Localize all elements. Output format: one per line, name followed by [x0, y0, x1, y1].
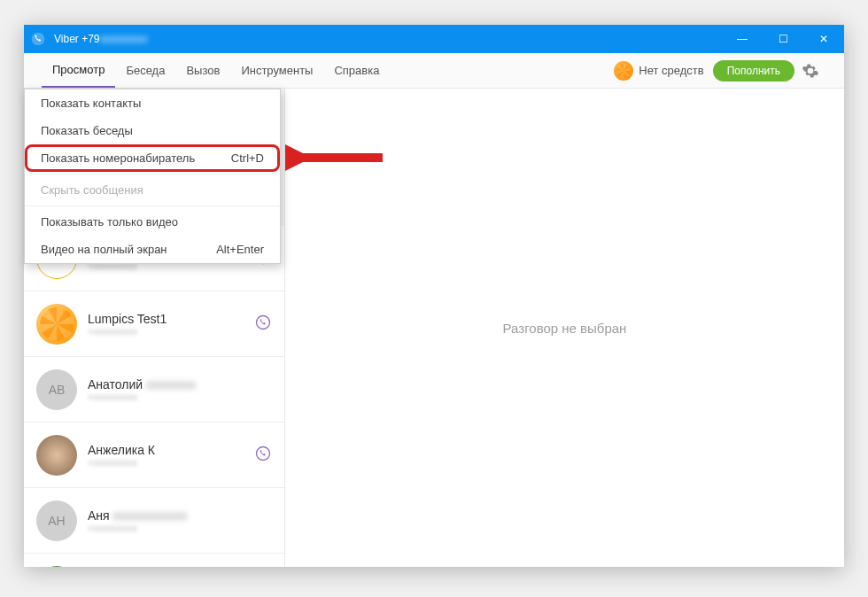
contact-subtext: +xxxxxxxxx: [88, 392, 272, 402]
svg-point-2: [257, 315, 270, 329]
menu-tools[interactable]: Инструменты: [230, 53, 323, 88]
viber-badge-icon: [254, 314, 272, 335]
contact-row[interactable]: Вадим С +xxxxxxxxx: [24, 554, 284, 567]
topup-button[interactable]: Пополнить: [713, 60, 794, 81]
avatar: АВ: [36, 369, 77, 410]
menu-call[interactable]: Вызов: [175, 53, 230, 88]
chat-area: Разговор не выбран: [285, 89, 844, 567]
svg-point-0: [32, 33, 45, 46]
contact-info: Анатолий xxxxxxxx +xxxxxxxxx: [88, 377, 272, 402]
contact-info: Аня xxxxxxxxxxxx +xxxxxxxxx: [88, 508, 272, 533]
dropdown-separator: [25, 174, 280, 174]
viber-badge-icon: [254, 445, 272, 466]
contact-name: Lumpics Test1: [88, 312, 244, 326]
contact-row[interactable]: Lumpics Test1 +xxxxxxxxx: [24, 291, 284, 357]
contact-name: Анжелика К: [88, 443, 244, 457]
maximize-button[interactable]: ☐: [763, 25, 803, 53]
settings-gear-icon[interactable]: [794, 62, 826, 80]
dd-show-chats[interactable]: Показать беседы: [25, 117, 280, 144]
contact-row[interactable]: АН Аня xxxxxxxxxxxx +xxxxxxxxx: [24, 488, 284, 554]
credit-orange-icon: [614, 61, 633, 81]
contact-info: Анжелика К +xxxxxxxxx: [88, 443, 244, 468]
window-controls: — ☐ ✕: [722, 25, 844, 53]
viber-logo-icon: [24, 32, 52, 46]
contact-subtext: +xxxxxxxxx: [88, 457, 244, 468]
menu-chat[interactable]: Беседа: [115, 53, 175, 88]
dd-show-dialer[interactable]: Показать номеронабирательCtrl+D: [25, 144, 280, 172]
view-dropdown-menu: Показать контакты Показать беседы Показа…: [24, 89, 281, 264]
contact-row[interactable]: Анжелика К +xxxxxxxxx: [24, 423, 284, 488]
contact-row[interactable]: АВ Анатолий xxxxxxxx +xxxxxxxxx: [24, 357, 284, 423]
contact-subtext: +xxxxxxxxx: [88, 523, 272, 533]
titlebar: Viber +79xxxxxxxxx — ☐ ✕: [24, 25, 844, 53]
contact-info: Lumpics Test1 +xxxxxxxxx: [88, 312, 244, 337]
credit-text: Нет средств: [639, 64, 703, 77]
minimize-button[interactable]: —: [722, 25, 763, 53]
avatar: АН: [36, 500, 77, 541]
avatar: [36, 566, 77, 568]
close-button[interactable]: ✕: [803, 25, 844, 53]
contact-name: Аня xxxxxxxxxxxx: [88, 508, 272, 523]
credit-indicator[interactable]: Нет средств: [614, 61, 703, 81]
window-title: Viber +79xxxxxxxxx: [52, 33, 722, 45]
contact-name: Анатолий xxxxxxxx: [88, 377, 272, 392]
contact-subtext: +xxxxxxxxx: [88, 326, 244, 337]
menu-view[interactable]: Просмотр: [42, 53, 115, 88]
dropdown-separator: [25, 205, 280, 206]
avatar: [36, 304, 77, 345]
svg-point-3: [257, 446, 270, 460]
chat-empty-text: Разговор не выбран: [503, 321, 627, 336]
dd-show-contacts[interactable]: Показать контакты: [25, 89, 280, 117]
menu-help[interactable]: Справка: [323, 53, 390, 88]
dd-video-only[interactable]: Показывать только видео: [25, 208, 280, 236]
menubar: Просмотр Беседа Вызов Инструменты Справк…: [24, 53, 844, 89]
dd-video-fullscreen[interactable]: Видео на полный экранAlt+Enter: [25, 236, 280, 263]
dd-hide-messages: Скрыть сообщения: [25, 176, 280, 204]
avatar: [36, 435, 77, 476]
